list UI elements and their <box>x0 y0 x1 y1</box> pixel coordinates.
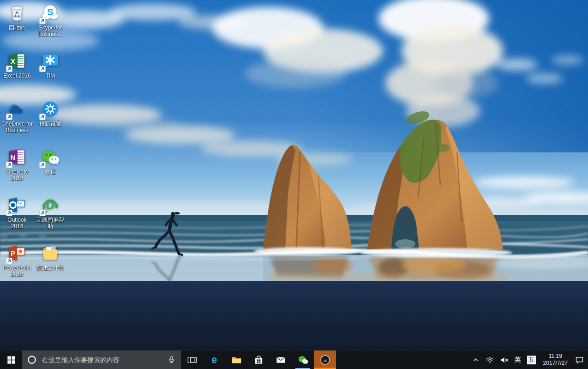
desktop-icon-label: OneDrive for Business <box>1 121 34 134</box>
desktop-icon-grid: 回收站SSkype for Busines...XExcel 2016TIMOn… <box>0 0 92 286</box>
svg-text:P: P <box>11 249 15 257</box>
taskbar-search-box[interactable] <box>22 351 181 369</box>
desktop-icon-label: 新建文件夹 <box>36 265 64 271</box>
taskbar-app-wechat[interactable] <box>292 351 314 369</box>
language-indicator[interactable]: 英 <box>512 356 524 364</box>
windows-logo-icon <box>7 356 16 364</box>
chevron-up-icon <box>471 355 480 365</box>
taskbar-app-calibration-app[interactable] <box>314 351 336 369</box>
taskbar-clock[interactable]: 11:19 2017/7/27 <box>539 353 572 367</box>
shortcut-arrow-icon <box>39 162 46 168</box>
desktop-icon-new-folder[interactable]: 新建文件夹 <box>31 243 70 271</box>
shortcut-arrow-icon <box>39 18 46 24</box>
shortcut-arrow-icon <box>6 162 12 168</box>
shortcut-arrow-icon <box>6 210 12 216</box>
edge-icon: e <box>209 354 220 366</box>
recycle-bin-icon <box>7 3 27 23</box>
taskbar: e <box>0 350 588 369</box>
outlook-2016-icon <box>7 195 27 215</box>
shortcut-arrow-icon <box>6 114 12 120</box>
start-button[interactable] <box>0 351 22 369</box>
wireless-screen-help-icon: D <box>40 195 60 215</box>
wechat-icon <box>40 147 60 167</box>
ime-mode-indicator[interactable]: 五 <box>527 356 536 364</box>
taskbar-app-icons: e <box>181 351 336 369</box>
svg-text:e: e <box>211 354 217 365</box>
onedrive-for-business-icon <box>7 99 27 119</box>
desktop-icon-label: 微信 <box>45 169 56 175</box>
windows-desktop-screen: 回收站SSkype for Busines...XExcel 2016TIMOn… <box>0 0 588 369</box>
task-view-icon <box>186 354 198 366</box>
desktop-icon-label: Excel 2016 <box>3 73 30 79</box>
clock-date: 2017/7/27 <box>543 360 568 367</box>
desktop-icon-label: 投影设置 <box>39 121 61 127</box>
projection-settings-icon <box>40 99 60 119</box>
cortana-icon <box>27 355 37 365</box>
desktop-icon-wireless-screen-help[interactable]: D无线同屏帮助 <box>31 195 70 230</box>
taskbar-app-mail[interactable] <box>270 351 292 369</box>
excel-2016-icon: X <box>7 51 27 71</box>
svg-text:S: S <box>47 7 53 17</box>
show-hidden-icons-button[interactable] <box>469 351 482 369</box>
calibration-panel: 返回开自动校正0手动校正水平陀螺仪校正 <box>0 281 588 350</box>
clock-time: 11:19 <box>543 353 568 360</box>
taskbar-app-store[interactable] <box>247 351 270 369</box>
file-explorer-icon <box>231 354 242 366</box>
skype-for-business-icon: S <box>40 3 60 23</box>
desktop-icon-wechat[interactable]: 微信 <box>31 147 70 175</box>
network-button[interactable] <box>483 351 497 369</box>
desktop-icon-label: 无线同屏帮助 <box>34 217 67 230</box>
volume-muted-icon <box>499 355 509 365</box>
action-center-icon <box>575 355 584 365</box>
desktop-icon-projection-settings[interactable]: 投影设置 <box>31 99 70 127</box>
svg-text:N: N <box>11 153 16 161</box>
desktop-icon-label: TIM <box>46 73 55 79</box>
system-tray: 英 五 11:19 2017/7/27 <box>469 351 588 369</box>
desktop-icon-label: Skype for Busines... <box>34 24 67 38</box>
action-center-button[interactable] <box>573 351 586 369</box>
svg-text:X: X <box>11 57 15 65</box>
powerpoint-2016-icon: P <box>7 243 27 263</box>
search-input[interactable] <box>41 356 163 364</box>
tim-icon <box>40 51 60 71</box>
store-icon <box>253 354 264 366</box>
shortcut-arrow-icon <box>39 114 46 120</box>
desktop-icon-tim[interactable]: TIM <box>31 51 70 79</box>
taskbar-app-task-view[interactable] <box>181 351 203 369</box>
mail-icon <box>275 354 287 366</box>
wifi-icon <box>485 355 495 365</box>
calibration-app-icon <box>319 354 331 366</box>
desktop-icon-label: 回收站 <box>9 24 25 31</box>
microphone-icon[interactable] <box>167 355 176 364</box>
shortcut-arrow-icon <box>39 210 46 216</box>
volume-button[interactable] <box>498 351 511 369</box>
taskbar-app-edge[interactable]: e <box>203 351 225 369</box>
desktop-icon-label: OneNote 2016 <box>1 169 34 182</box>
new-folder-icon <box>40 243 60 263</box>
wechat-icon <box>297 354 309 366</box>
shortcut-arrow-icon <box>6 66 12 72</box>
desktop-icon-label: PowerPoint 2016 <box>1 265 34 278</box>
taskbar-app-file-explorer[interactable] <box>225 351 247 369</box>
desktop-icon-skype-for-business[interactable]: SSkype for Busines... <box>31 3 70 38</box>
desktop-icon-label: Outlook 2016 <box>1 217 34 230</box>
shortcut-arrow-icon <box>6 258 12 264</box>
shortcut-arrow-icon <box>39 66 46 72</box>
onenote-2016-icon: N <box>7 147 27 167</box>
